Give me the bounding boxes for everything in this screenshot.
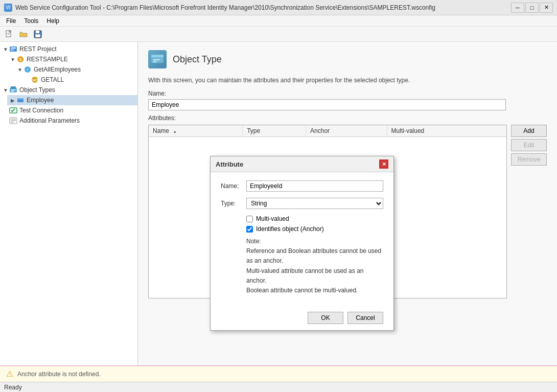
modal-type-field: Type: StringIntegerBooleanReferenceBinar… bbox=[221, 198, 383, 209]
name-input[interactable] bbox=[148, 99, 506, 110]
sidebar-item-getall[interactable]: GET GETALL bbox=[21, 75, 137, 85]
project-icon bbox=[9, 45, 17, 53]
modal-note-line-2: Multi-valued attribute cannot be used as… bbox=[246, 267, 363, 284]
page-icon bbox=[148, 50, 167, 68]
sidebar-item-employee[interactable]: ▶ Employee bbox=[7, 95, 137, 105]
sidebar-label-additional-parameters: Additional Parameters bbox=[19, 117, 80, 124]
modal-note-line-3: Boolean attribute cannot be multi-valued… bbox=[246, 287, 358, 294]
new-button[interactable] bbox=[3, 28, 15, 40]
modal-body: Name: Type: StringIntegerBooleanReferenc… bbox=[211, 172, 393, 308]
maximize-button[interactable]: □ bbox=[525, 3, 539, 13]
modal-anchor-checkbox[interactable] bbox=[246, 226, 253, 233]
add-button[interactable]: Add bbox=[511, 125, 547, 137]
title-bar: W Web Service Configuration Tool - C:\Pr… bbox=[0, 0, 557, 15]
modal-type-select[interactable]: StringIntegerBooleanReferenceBinary bbox=[246, 198, 383, 209]
status-bar: Ready bbox=[0, 382, 557, 392]
modal-type-label: Type: bbox=[221, 200, 246, 207]
sidebar-label-getall: GETALL bbox=[41, 76, 64, 83]
sidebar-item-getallemployees[interactable]: ▼ f GetAllEmployees bbox=[14, 64, 137, 75]
svg-rect-30 bbox=[153, 59, 160, 60]
method-icon: GET bbox=[31, 76, 39, 84]
svg-rect-4 bbox=[36, 31, 39, 33]
modal-cancel-button[interactable]: Cancel bbox=[347, 312, 383, 324]
types-icon bbox=[9, 86, 17, 94]
sidebar: ▼ REST Project ▼ S RESTSAMPLE bbox=[0, 42, 138, 365]
name-section: Name: bbox=[148, 90, 547, 110]
content-area: Object Type With this screen, you can ma… bbox=[138, 42, 557, 365]
action-buttons: Add Edit Remove bbox=[511, 125, 547, 166]
attributes-row: Name ▲ Type Anchor Multi-valued bbox=[148, 125, 547, 303]
svg-rect-28 bbox=[151, 55, 164, 58]
svg-rect-17 bbox=[11, 89, 15, 90]
svg-rect-6 bbox=[10, 47, 17, 52]
remove-button[interactable]: Remove bbox=[511, 153, 547, 166]
expander-additional bbox=[2, 117, 9, 124]
minimize-button[interactable]: ─ bbox=[511, 3, 524, 13]
attributes-label: Attributes: bbox=[148, 114, 547, 122]
attributes-panel: Name ▲ Type Anchor Multi-valued bbox=[148, 125, 507, 298]
additional-params-icon bbox=[9, 117, 17, 125]
page-description: With this screen, you can maintain the a… bbox=[148, 77, 547, 84]
modal-close-button[interactable]: ✕ bbox=[379, 159, 388, 169]
save-button[interactable] bbox=[32, 28, 44, 40]
close-button[interactable]: ✕ bbox=[540, 3, 553, 13]
sidebar-label-employee: Employee bbox=[27, 97, 54, 104]
expander-getall bbox=[24, 76, 31, 83]
sidebar-item-additional-parameters[interactable]: Additional Parameters bbox=[0, 116, 137, 126]
svg-rect-8 bbox=[11, 50, 14, 51]
sort-arrow: ▲ bbox=[173, 129, 177, 134]
function-icon: f bbox=[24, 65, 32, 74]
employee-cube-icon bbox=[16, 96, 25, 104]
menu-tools[interactable]: Tools bbox=[20, 16, 42, 26]
menu-bar: File Tools Help bbox=[0, 15, 557, 27]
modal-checkboxes: Multi-valued Identifies object (Anchor) bbox=[246, 215, 383, 233]
svg-rect-31 bbox=[153, 61, 157, 62]
modal-note-title: Note: bbox=[246, 238, 261, 245]
window-title: Web Service Configuration Tool - C:\Prog… bbox=[15, 4, 435, 11]
modal-name-input[interactable] bbox=[246, 180, 383, 192]
main-layout: ▼ REST Project ▼ S RESTSAMPLE bbox=[0, 42, 557, 365]
expander-getallemployees: ▼ bbox=[16, 66, 24, 73]
sidebar-item-object-types[interactable]: ▼ Object Types bbox=[0, 85, 137, 95]
col-type: Type bbox=[243, 125, 306, 137]
sidebar-label-restsample: RESTSAMPLE bbox=[27, 56, 68, 63]
modal-multivalued-label[interactable]: Multi-valued bbox=[256, 215, 289, 222]
sample-icon: S bbox=[16, 55, 25, 63]
warning-message: Anchor attribute is not defined. bbox=[17, 371, 101, 378]
sidebar-label-getallemployees: GetAllEmployees bbox=[34, 66, 81, 73]
open-button[interactable] bbox=[17, 28, 30, 40]
sidebar-label-test-connection: Test Connection bbox=[19, 107, 63, 114]
modal-footer: OK Cancel bbox=[211, 308, 393, 330]
modal-title: Attribute bbox=[216, 160, 243, 168]
sidebar-item-rest-project[interactable]: ▼ REST Project bbox=[0, 44, 137, 54]
warning-bar: ⚠ Anchor attribute is not defined. bbox=[0, 365, 557, 382]
expander-employee: ▶ bbox=[9, 97, 16, 104]
page-header: Object Type bbox=[148, 50, 547, 68]
modal-note-line-1: Reference and Boolean attributes cannot … bbox=[246, 247, 381, 264]
modal-anchor-row: Identifies object (Anchor) bbox=[246, 225, 383, 233]
svg-rect-16 bbox=[11, 86, 16, 89]
modal-multivalued-row: Multi-valued bbox=[246, 215, 383, 222]
attribute-dialog: Attribute ✕ Name: Type: StringIntegerBoo… bbox=[210, 156, 394, 331]
modal-anchor-label[interactable]: Identifies object (Anchor) bbox=[256, 225, 324, 233]
svg-rect-7 bbox=[11, 48, 16, 49]
sidebar-item-restsample[interactable]: ▼ S RESTSAMPLE bbox=[7, 54, 137, 64]
svg-rect-20 bbox=[17, 98, 24, 100]
menu-file[interactable]: File bbox=[2, 16, 20, 26]
svg-text:S: S bbox=[19, 57, 22, 62]
menu-help[interactable]: Help bbox=[42, 16, 63, 26]
expander-rest-project: ▼ bbox=[2, 45, 9, 53]
modal-title-bar: Attribute ✕ bbox=[211, 156, 393, 172]
app-icon: W bbox=[4, 4, 12, 12]
modal-note: Note: Reference and Boolean attributes c… bbox=[246, 237, 383, 295]
col-multivalued: Multi-valued bbox=[387, 125, 506, 137]
warning-icon: ⚠ bbox=[6, 369, 13, 379]
modal-multivalued-checkbox[interactable] bbox=[246, 216, 253, 222]
svg-rect-18 bbox=[11, 91, 14, 92]
sidebar-item-test-connection[interactable]: Test Connection bbox=[0, 105, 137, 116]
test-connection-icon bbox=[9, 106, 17, 114]
modal-ok-button[interactable]: OK bbox=[308, 312, 343, 324]
page-title: Object Type bbox=[173, 54, 222, 65]
edit-button[interactable]: Edit bbox=[511, 139, 547, 151]
expander-restsample: ▼ bbox=[9, 56, 16, 63]
